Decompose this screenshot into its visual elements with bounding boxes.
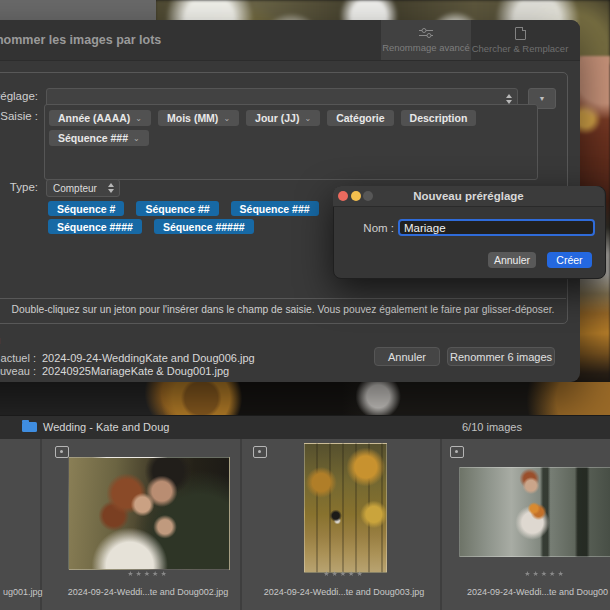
zoom-button (363, 191, 373, 201)
input-field-label: Saisie : (0, 110, 38, 123)
rating-stars[interactable]: ★★★★★ (48, 570, 248, 578)
type-label: Type: (0, 181, 38, 194)
rating-stars[interactable]: ★★★★★ (244, 570, 444, 578)
window-title: Renommer les images par lots (0, 32, 300, 48)
new-name-value: 20240925MariageKate & Doug001.jpg (42, 365, 229, 377)
sliders-icon (418, 27, 434, 39)
dialog-create-button[interactable]: Créer (547, 252, 592, 268)
thumbnail-filename: ug001.jpg (3, 587, 43, 599)
token-sequence-1[interactable]: Séquence # (48, 201, 124, 216)
background-window-strip (0, 0, 156, 20)
close-button[interactable] (338, 191, 348, 201)
rating-stars[interactable]: ★★★★★ (445, 570, 610, 578)
thumbnail-filename: 2024-09-24-Weddi...te and Doug002.jpg (48, 587, 248, 599)
preview-section-label: Aperçu (0, 334, 8, 346)
chevron-down-icon: ⌄ (223, 114, 230, 123)
new-name-label: Nouveau : (0, 365, 36, 377)
token-description[interactable]: Description (401, 110, 477, 126)
token-category[interactable]: Catégorie (327, 110, 393, 126)
token-sequence-5[interactable]: Séquence ##### (154, 219, 254, 234)
cell-divider (240, 439, 242, 610)
thumbnail-photo[interactable] (68, 457, 230, 570)
image-count: 6/10 images (462, 421, 522, 433)
sequence-token-row-1: Séquence # Séquence ## Séquence ### (48, 201, 319, 216)
find-replace-button[interactable]: Chercher & Remplacer (472, 20, 568, 60)
help-text: Double-cliquez sur un jeton pour l'insér… (0, 298, 566, 322)
dialog-cancel-button[interactable]: Annuler (488, 252, 536, 268)
name-label: Nom : (334, 222, 394, 234)
advanced-rename-label: Renommage avancé (382, 42, 470, 53)
thumbnail-photo[interactable] (304, 443, 387, 573)
chevron-down-icon: ⌄ (304, 114, 311, 123)
current-name-value: 2024-09-24-WeddingKate and Doug006.jpg (42, 352, 255, 364)
photo-badge-icon (55, 446, 69, 458)
stepper-icon (108, 183, 114, 193)
token-sequence-4[interactable]: Séquence #### (48, 219, 142, 234)
preset-label: Préréglage: (0, 90, 38, 103)
photo-badge-icon (450, 446, 464, 458)
current-name-label: Nom actuel : (0, 352, 36, 364)
token-day[interactable]: Jour (JJ)⌄ (246, 110, 320, 126)
folder-icon (22, 422, 37, 432)
pattern-token-row-2: Séquence ###⌄ (49, 130, 149, 146)
minimize-button[interactable] (351, 191, 361, 201)
folder-name: Wedding - Kate and Doug (43, 421, 169, 433)
pattern-token-row-1: Année (AAAA)⌄ Mois (MM)⌄ Jour (JJ)⌄ Caté… (49, 110, 476, 126)
cell-divider (40, 439, 42, 610)
rename-button[interactable]: Renommer 6 images (447, 347, 555, 366)
token-year[interactable]: Année (AAAA)⌄ (49, 110, 151, 126)
cancel-button[interactable]: Annuler (374, 347, 440, 366)
advanced-rename-button[interactable]: Renommage avancé (381, 20, 471, 60)
find-replace-label: Chercher & Remplacer (472, 43, 569, 54)
preset-name-input[interactable] (398, 219, 595, 236)
thumbnail-filename: 2024-09-24-Weddi...te and Doug00 (467, 587, 608, 599)
sequence-token-row-2: Séquence #### Séquence ##### (48, 219, 254, 234)
token-sequence-3[interactable]: Séquence ### (231, 201, 319, 216)
chevron-down-icon: ⌄ (135, 114, 142, 123)
token-month[interactable]: Mois (MM)⌄ (158, 110, 239, 126)
token-sequence[interactable]: Séquence ###⌄ (49, 130, 149, 146)
dropdown-arrow-icon: ▼ (539, 95, 546, 102)
thumbnail-photo[interactable] (459, 467, 610, 557)
counter-type-select[interactable]: Compteur (46, 179, 120, 197)
thumbnail-filename: 2024-09-24-Weddi...te and Doug003.jpg (244, 587, 444, 599)
stepper-icon (506, 94, 512, 104)
document-icon (515, 27, 526, 40)
cell-divider (440, 439, 442, 610)
chevron-down-icon: ⌄ (133, 134, 140, 143)
token-sequence-2[interactable]: Séquence ## (136, 201, 218, 216)
background-photo-couple (0, 382, 610, 418)
photo-badge-icon (253, 446, 267, 458)
dialog-title: Nouveau préréglage (333, 190, 604, 202)
